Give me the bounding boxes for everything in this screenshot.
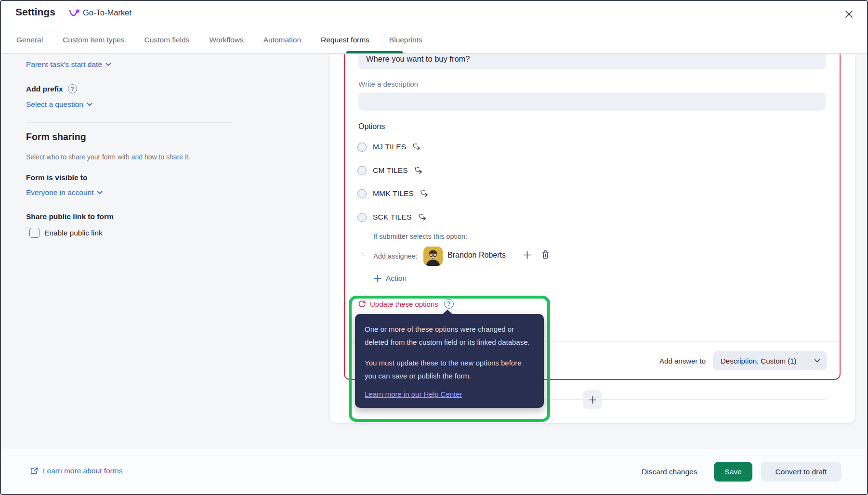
form-sharing-description: Select who to share your form with and h… (26, 153, 190, 161)
learn-more-label: Learn more about forms (43, 467, 122, 475)
error-tooltip: One or more of these options were change… (355, 314, 544, 408)
tab-workflows[interactable]: Workflows (209, 36, 243, 44)
share-public-link-label: Share public link to form (26, 212, 114, 221)
select-a-question-label: Select a question (26, 100, 83, 109)
trash-icon[interactable] (541, 250, 550, 259)
help-center-link[interactable]: Learn more in our Help Center (365, 390, 462, 398)
tab-blueprints[interactable]: Blueprints (389, 36, 422, 44)
radio-button[interactable] (357, 143, 367, 152)
chevron-down-icon (814, 359, 820, 363)
options-label: Options (358, 122, 385, 131)
help-icon[interactable]: ? (444, 299, 454, 309)
tab-general[interactable]: General (16, 36, 43, 44)
add-assignee-icon[interactable] (522, 250, 532, 260)
option-label: SCK TILES (373, 213, 412, 221)
external-link-icon (30, 467, 39, 475)
settings-dialog: Settings Go-To-Market General Custom ite… (0, 0, 868, 495)
branch-icon[interactable] (414, 167, 423, 174)
form-preview-card: Where you want to buy from? Write a desc… (330, 54, 855, 423)
add-question-button[interactable] (583, 390, 602, 409)
update-these-options-label: Update these options (370, 300, 438, 308)
branch-connector-line (362, 222, 370, 256)
close-icon[interactable] (840, 6, 857, 22)
select-a-question-dropdown[interactable]: Select a question (26, 100, 92, 109)
project-icon (68, 9, 80, 19)
radio-button[interactable] (357, 189, 367, 198)
assignee-label: Add assignee: (373, 252, 418, 260)
parent-task-start-date-dropdown[interactable]: Parent task's start date (26, 60, 111, 69)
tab-automation[interactable]: Automation (263, 36, 301, 44)
assignee-name: Brandon Roberts (447, 251, 506, 260)
chevron-down-icon (87, 103, 92, 106)
condition-label: If submitter selects this option: (373, 233, 467, 240)
tab-custom-item-types[interactable]: Custom item types (63, 36, 124, 44)
update-these-options-button[interactable]: Update these options ? (357, 299, 454, 309)
form-sharing-heading: Form sharing (26, 131, 86, 143)
add-answer-value: Description, Custom (1) (721, 357, 797, 365)
content-area: Parent task's start date Add prefix ? Se… (1, 54, 867, 449)
add-answer-dropdown[interactable]: Description, Custom (1) (713, 351, 827, 370)
branch-icon[interactable] (412, 143, 421, 151)
radio-button[interactable] (357, 166, 367, 175)
help-icon[interactable]: ? (68, 84, 77, 93)
chevron-down-icon (97, 191, 103, 195)
learn-more-about-forms-link[interactable]: Learn more about forms (30, 467, 122, 475)
option-label: MJ TILES (373, 143, 406, 151)
tooltip-text-1: One or more of these options were change… (365, 323, 534, 349)
tab-custom-fields[interactable]: Custom fields (145, 36, 190, 44)
refresh-icon (357, 300, 366, 308)
tab-bar: General Custom item types Custom fields … (1, 26, 867, 54)
option-row: MMK TILES (357, 188, 429, 199)
active-tab-underline (346, 51, 403, 53)
tab-request-forms[interactable]: Request forms (321, 36, 369, 44)
enable-public-link-label: Enable public link (44, 229, 103, 237)
sidebar-divider (26, 122, 232, 123)
enable-public-link-checkbox[interactable] (29, 228, 39, 238)
add-prefix-label: Add prefix (26, 85, 63, 93)
action-label: Action (386, 274, 407, 283)
page-title: Settings (15, 6, 55, 18)
description-label: Write a description (358, 80, 418, 88)
parent-task-start-date-label: Parent task's start date (26, 60, 102, 69)
visibility-dropdown[interactable]: Everyone in account (26, 188, 103, 197)
option-row: SCK TILES (357, 212, 427, 222)
option-label: CM TILES (373, 166, 408, 175)
branch-icon[interactable] (418, 213, 427, 221)
option-row: MJ TILES (357, 142, 421, 152)
question-title-input[interactable]: Where you want to buy from? (358, 54, 826, 69)
visibility-value: Everyone in account (26, 188, 93, 197)
branch-icon[interactable] (420, 190, 429, 197)
add-action-button[interactable]: Action (373, 274, 407, 283)
description-input[interactable] (358, 92, 826, 111)
form-visible-to-label: Form is visible to (26, 173, 87, 182)
add-prefix-row: Add prefix ? (26, 84, 77, 93)
avatar (423, 247, 443, 266)
radio-button[interactable] (357, 213, 367, 222)
save-button[interactable]: Save (714, 462, 752, 482)
option-label: MMK TILES (373, 189, 414, 198)
chevron-down-icon (105, 63, 111, 66)
plus-icon (373, 274, 381, 283)
tooltip-text-2: You must update these to the new options… (365, 356, 534, 382)
project-name: Go-To-Market (83, 8, 132, 17)
discard-changes-button[interactable]: Discard changes (642, 468, 697, 476)
add-answer-to-label: Add answer to (645, 357, 706, 365)
option-row: CM TILES (357, 165, 423, 176)
convert-to-draft-button[interactable]: Convert to draft (761, 462, 841, 482)
plus-icon (588, 395, 597, 404)
